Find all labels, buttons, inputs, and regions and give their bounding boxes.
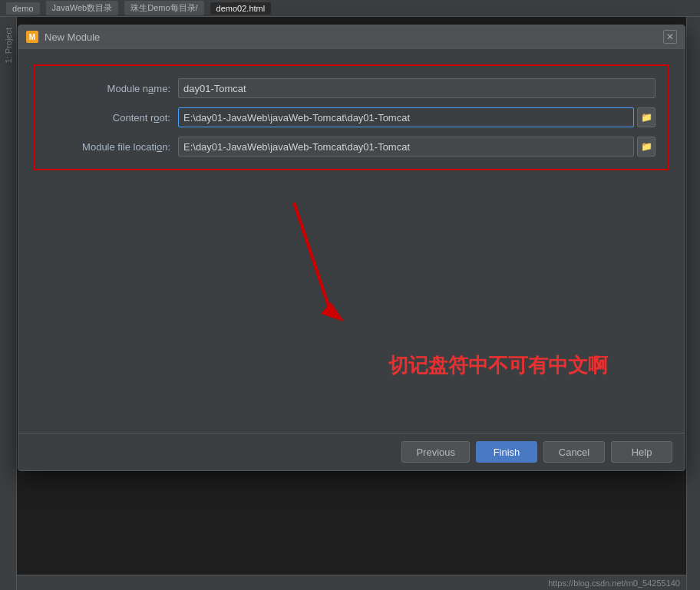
highlighted-fields-section: Module name: Content root: 📁 xyxy=(34,64,669,170)
sidebar-project-label[interactable]: 1: Project xyxy=(4,28,13,63)
bottom-url: https://blog.csdn.net/m0_54255140 xyxy=(548,578,680,588)
right-sidebar xyxy=(686,17,700,590)
annotation-area: 切记盘符中不可有中文啊 xyxy=(34,180,669,425)
module-file-location-label: Module file location: xyxy=(48,141,170,153)
content-root-label: Content root: xyxy=(48,112,170,124)
tab-zhusheng[interactable]: 珠生Demo每目录/ xyxy=(124,1,203,15)
annotation-arrow xyxy=(34,180,669,425)
tab-javaweb[interactable]: JavaWeb数目录 xyxy=(46,1,119,15)
dialog-close-button[interactable]: ✕ xyxy=(663,30,677,44)
module-name-row: Module name: xyxy=(48,78,655,98)
modal-overlay: M New Module ✕ Module name: xyxy=(17,17,686,575)
content-root-input-wrap: 📁 xyxy=(178,107,655,127)
svg-line-0 xyxy=(294,203,332,318)
module-file-location-input[interactable] xyxy=(178,137,634,157)
dialog-title: New Module xyxy=(45,31,657,43)
svg-marker-1 xyxy=(321,302,344,321)
module-name-input-wrap xyxy=(178,78,655,98)
content-root-browse-button[interactable]: 📁 xyxy=(637,107,655,127)
annotation-text: 切记盘符中不可有中文啊 xyxy=(388,352,608,379)
module-file-location-input-wrap: 📁 xyxy=(178,137,655,157)
dialog-content: Module name: Content root: 📁 xyxy=(18,49,685,433)
module-file-location-row: Module file location: 📁 xyxy=(48,137,655,157)
bottom-bar: https://blog.csdn.net/m0_54255140 xyxy=(17,575,686,590)
module-name-input[interactable] xyxy=(178,78,655,98)
finish-button[interactable]: Finish xyxy=(476,441,537,463)
cancel-button[interactable]: Cancel xyxy=(543,441,605,463)
dialog-titlebar: M New Module ✕ xyxy=(18,25,685,49)
tab-demo[interactable]: demo xyxy=(6,2,40,15)
dialog-icon: M xyxy=(26,31,38,43)
module-name-label: Module name: xyxy=(48,83,170,94)
new-module-dialog: M New Module ✕ Module name: xyxy=(18,25,685,471)
help-button[interactable]: Help xyxy=(611,441,672,463)
previous-button[interactable]: Previous xyxy=(401,441,470,463)
ide-topbar: demo JavaWeb数目录 珠生Demo每目录/ demo02.html xyxy=(0,0,700,17)
content-root-input[interactable] xyxy=(178,107,634,127)
content-root-row: Content root: 📁 xyxy=(48,107,655,127)
tab-demo02[interactable]: demo02.html xyxy=(210,2,272,15)
module-file-location-browse-button[interactable]: 📁 xyxy=(637,137,655,157)
left-sidebar: 1: Project xyxy=(0,17,17,590)
dialog-footer: Previous Finish Cancel Help xyxy=(18,433,685,470)
